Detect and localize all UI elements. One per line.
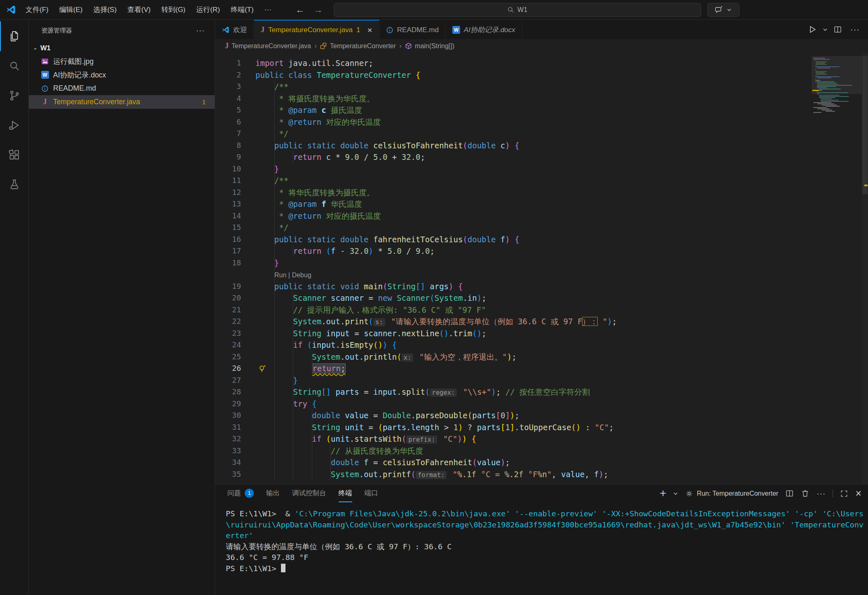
breadcrumb-TemperatureConverter[interactable]: TemperatureConverter [320,42,396,50]
terminal-instance-label: Run: TemperatureConverter [697,490,778,497]
forward-arrow-icon[interactable]: → [314,5,323,15]
maximize-panel-button[interactable] [840,490,848,498]
terminal-line: \ruiruirui\AppData\Roaming\Code\User\wor… [226,520,864,531]
breadcrumb-TemperatureConverter.java[interactable]: JTemperatureConverter.java [225,42,311,50]
close-tab-icon[interactable]: × [367,26,372,34]
terminal-dropdown-chevron-icon[interactable] [673,491,678,496]
code-line-2: 2public class TemperatureConverter { [215,69,868,81]
activity-testing[interactable] [0,170,28,199]
method-icon [405,42,412,49]
panel-tab-终端[interactable]: 终端 [339,485,352,502]
vscode-logo-icon [6,5,16,15]
file-item-运行截图.jpg[interactable]: 运行截图.jpg [29,54,215,68]
image-icon [40,58,49,65]
close-panel-button[interactable]: × [855,488,861,499]
file-item-TemperatureConverter.java[interactable]: JTemperatureConverter.java1 [29,95,215,109]
activity-source-control[interactable] [0,81,28,110]
panel-tab-输出[interactable]: 输出 [266,485,280,502]
more-actions-icon[interactable]: ··· [196,26,205,35]
vscode-window: 文件(F)编辑(E)选择(S)查看(V)转到(G)运行(R)终端(T)··· ←… [0,0,868,595]
tab-label: AI协助记录.docx [464,25,515,35]
minimap[interactable] [812,53,862,484]
split-terminal-button[interactable] [785,489,794,498]
line-number: 29 [215,398,241,410]
file-name: TemperatureConverter.java [53,98,140,106]
editor-group: 欢迎JTemperatureConverter.java1×README.mdW… [215,20,868,484]
breadcrumb-main(String[])[interactable]: main(String[]) [405,42,454,50]
line-number: 35 [215,469,241,480]
menu-编辑(E)[interactable]: 编辑(E) [54,0,88,20]
code-line-5: 5 * @param c 摄氏温度 [215,104,868,116]
minimap-warning-marker [812,90,819,91]
code-line-11: 11 /** [215,175,868,187]
lightbulb-sparkle-icon[interactable] [258,364,267,373]
split-editor-button[interactable] [833,25,842,34]
file-item-AI协助记录.docx[interactable]: WAI协助记录.docx [29,68,215,82]
codelens-run-debug[interactable]: Run | Debug [274,272,311,279]
line-number: 23 [215,328,241,340]
line-number: 18 [215,257,241,269]
activity-extensions[interactable] [0,140,28,170]
tab-README.md[interactable]: README.md [379,20,446,39]
scrollbar-thumb[interactable] [862,56,868,194]
panel-more-actions-icon[interactable]: ··· [817,489,826,498]
search-icon [507,6,514,13]
code-line-7: 7 */ [215,128,868,140]
breadcrumb-label: main(String[]) [415,42,454,50]
chevron-down-icon: ⌄ [33,45,37,51]
copilot-button[interactable] [707,3,739,17]
panel-tab-调试控制台[interactable]: 调试控制台 [292,485,326,502]
java-icon: J [40,98,49,106]
panel-tab-端口[interactable]: 端口 [365,485,378,502]
search-box[interactable]: W1 [334,3,701,17]
editor-more-actions-icon[interactable]: ··· [850,25,860,34]
menu-运行(R)[interactable]: 运行(R) [191,0,225,20]
code-line-4: 4 * 将摄氏度转换为华氏度。 [215,93,868,105]
tab-AI协助记录.docx[interactable]: WAI协助记录.docx [446,20,522,39]
java-icon: J [225,42,229,50]
code-line-21: 21 // 提示用户输入，格式示例: "36.6 C" 或 "97 F" [215,304,868,316]
code-line-6: 6 * @return 对应的华氏温度 [215,116,868,128]
tab-bar: 欢迎JTemperatureConverter.java1×README.mdW… [215,20,868,39]
panel-tab-label: 输出 [266,489,280,498]
line-number: 10 [215,163,241,175]
run-dropdown-chevron-icon[interactable] [823,27,828,32]
menu-文件(F)[interactable]: 文件(F) [20,0,54,20]
line-number: 22 [215,316,241,328]
menu-查看(V)[interactable]: 查看(V) [122,0,156,20]
activity-explorer[interactable] [0,21,28,51]
activity-search[interactable] [0,51,28,81]
run-java-button[interactable] [807,25,817,34]
tab-欢迎[interactable]: 欢迎 [215,20,254,39]
terminal-instance-item[interactable]: Run: TemperatureConverter [685,490,778,498]
info-icon [386,26,393,34]
overview-warning-marker [864,185,868,186]
back-arrow-icon[interactable]: ← [296,5,305,15]
code-editor[interactable]: 1import java.util.Scanner;2public class … [215,53,868,484]
terminal-line: PS E:\1\W1> & 'C:\Program Files\Java\jdk… [226,508,864,520]
kill-terminal-button[interactable] [801,489,810,498]
menu-more-icon[interactable]: ··· [259,0,277,20]
explorer-sidebar: 资源管理器 ··· ⌄ W1 运行截图.jpgWAI协助记录.docxREADM… [29,20,215,595]
line-number: 27 [215,375,241,387]
new-terminal-button[interactable]: + [660,488,667,499]
terminal[interactable]: PS E:\1\W1> & 'C:\Program Files\Java\jdk… [215,502,868,574]
vscode-icon [222,26,229,34]
line-number: 20 [215,292,241,304]
tab-TemperatureConverter.java[interactable]: JTemperatureConverter.java1× [254,20,379,39]
editor-scrollbar[interactable] [862,53,868,484]
panel-tab-问题[interactable]: 问题1 [227,485,254,502]
menu-选择(S)[interactable]: 选择(S) [88,0,122,20]
menu-转到(G)[interactable]: 转到(G) [156,0,191,20]
folder-root-W1[interactable]: ⌄ W1 [29,41,215,54]
file-tree: 运行截图.jpgWAI协助记录.docxREADME.mdJTemperatur… [29,54,215,109]
menu-终端(T)[interactable]: 终端(T) [225,0,259,20]
breadcrumb-label: TemperatureConverter [330,42,396,50]
file-item-README.md[interactable]: README.md [29,82,215,95]
activity-bar [0,20,29,595]
code-line-31: 31 String unit = (parts.length > 1) ? pa… [215,422,868,433]
file-name: 运行截图.jpg [53,56,94,66]
activity-run-debug[interactable] [0,110,28,140]
code-line-32: 32 if (unit.startsWith(prefix: "C")) { [215,433,868,445]
code-line-17: 17 return (f - 32.0) * 5.0 / 9.0; [215,245,868,257]
